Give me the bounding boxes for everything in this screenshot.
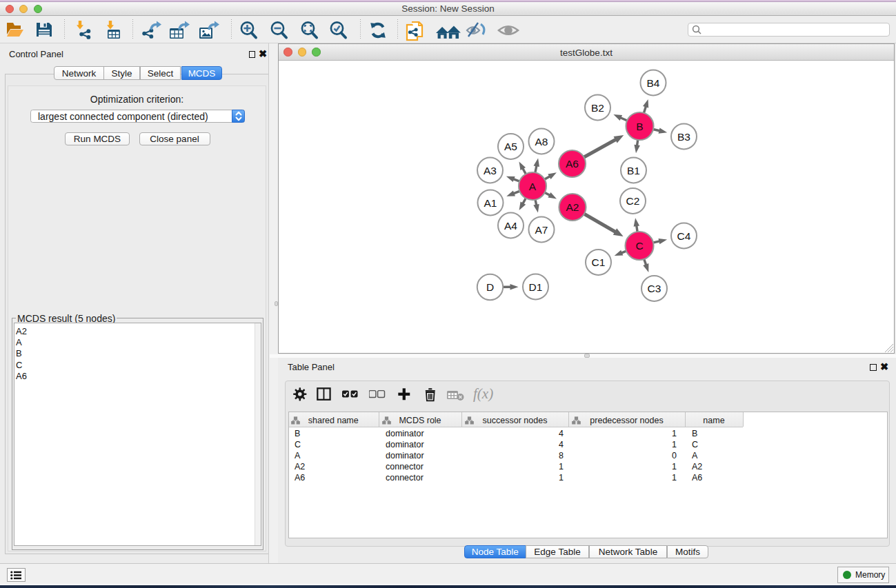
svg-text:C4: C4 bbox=[677, 230, 691, 242]
svg-text:D: D bbox=[486, 281, 494, 293]
svg-text:A6: A6 bbox=[566, 158, 579, 170]
svg-text:A5: A5 bbox=[504, 141, 517, 152]
svg-text:B2: B2 bbox=[591, 102, 604, 114]
svg-text:B4: B4 bbox=[647, 77, 660, 89]
svg-text:A3: A3 bbox=[484, 165, 497, 176]
svg-text:A8: A8 bbox=[535, 136, 548, 148]
svg-text:A4: A4 bbox=[504, 220, 517, 232]
svg-text:C2: C2 bbox=[626, 195, 640, 207]
svg-text:A1: A1 bbox=[484, 197, 497, 209]
svg-text:C3: C3 bbox=[648, 283, 661, 294]
svg-text:A7: A7 bbox=[535, 224, 548, 236]
svg-text:D1: D1 bbox=[529, 281, 543, 293]
svg-text:B1: B1 bbox=[627, 165, 640, 176]
svg-text:C1: C1 bbox=[592, 256, 606, 268]
svg-text:C: C bbox=[635, 240, 643, 252]
svg-text:A2: A2 bbox=[566, 201, 579, 213]
svg-text:B3: B3 bbox=[677, 131, 690, 143]
svg-text:B: B bbox=[636, 121, 643, 132]
svg-text:A: A bbox=[529, 181, 537, 192]
